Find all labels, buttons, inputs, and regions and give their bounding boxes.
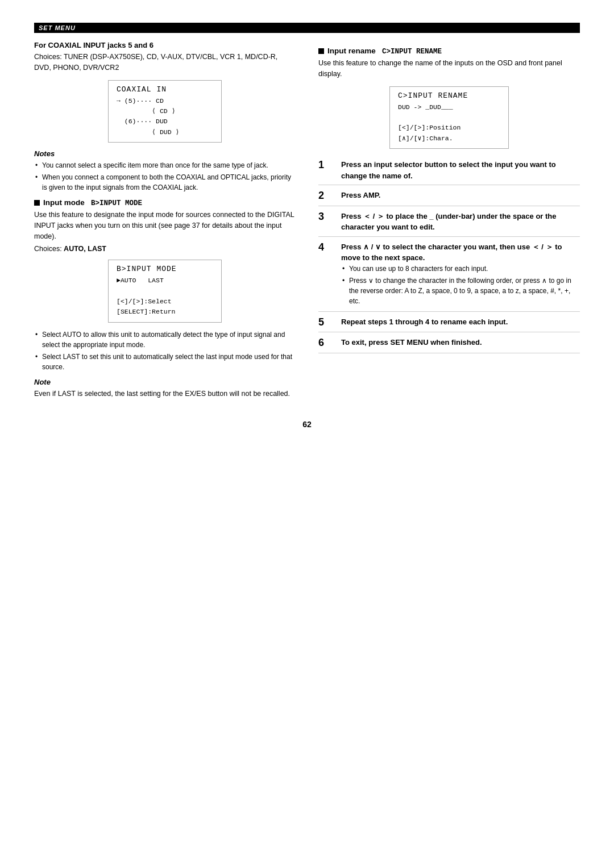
input-mode-osd-line1: ►AUTO LAST [117, 276, 213, 286]
input-mode-osd-line4: [SELECT]:Return [117, 307, 213, 317]
coaxial-osd-title: COAXIAL IN [117, 85, 213, 94]
right-column: Input rename C>INPUT RENAME Use this fea… [318, 41, 580, 403]
step-2-content: Press AMP. [341, 190, 580, 201]
coaxial-choices: Choices: TUNER (DSP-AX750SE), CD, V-AUX,… [34, 52, 296, 73]
coaxial-heading: For COAXIAL INPUT jacks 5 and 6 [34, 41, 296, 49]
input-rename-osd-line4: [∧]/[∨]:Chara. [398, 133, 500, 144]
step-4-row: 4 Press ∧ / ∨ to select the character yo… [318, 238, 580, 312]
step-3-number: 3 [318, 211, 335, 223]
step-1-number: 1 [318, 159, 335, 172]
step-6-number: 6 [318, 337, 335, 349]
step-1-row: 1 Press an input selector button to sele… [318, 156, 580, 185]
step-3-row: 3 Press ＜ / ＞ to place the _ (under-bar)… [318, 207, 580, 237]
step-4-sub-1: You can use up to 8 characters for each … [341, 264, 580, 274]
step-4-number: 4 [318, 241, 335, 254]
step-2-number: 2 [318, 190, 335, 202]
input-rename-desc: Use this feature to change the name of t… [318, 58, 580, 80]
input-mode-desc: Use this feature to designate the input … [34, 210, 296, 241]
coaxial-osd-box: COAXIAL IN → (5)···· CD ⟨ CD ⟩ (6)···· D… [108, 80, 222, 143]
input-rename-osd-line1: DUD -> _DUD___ [398, 102, 500, 112]
input-mode-osd-title: B>INPUT MODE [117, 265, 213, 273]
note-single-title: Note [34, 378, 296, 386]
left-column: For COAXIAL INPUT jacks 5 and 6 Choices:… [34, 41, 296, 403]
step-4-sub-2: Press ∨ to change the character in the f… [341, 276, 580, 306]
steps-section: 1 Press an input selector button to sele… [318, 156, 580, 353]
coaxial-osd-line4: ⟨ DUD ⟩ [117, 127, 213, 137]
input-mode-choices: Choices: AUTO, LAST [34, 245, 296, 253]
coaxial-osd-line2: ⟨ CD ⟩ [117, 106, 213, 116]
step-2-row: 2 Press AMP. [318, 186, 580, 206]
notes-item-1: You cannot select a specific item more t… [34, 160, 296, 170]
input-mode-bullet-1: Select AUTO to allow this unit to automa… [34, 329, 296, 350]
input-mode-osd-line3: [<]/[>]:Select [117, 297, 213, 307]
set-menu-label: SET MENU [39, 24, 76, 31]
input-mode-code: B>INPUT MODE [87, 199, 143, 207]
notes-title: Notes [34, 149, 296, 158]
input-rename-osd-line3: [<]/[>]:Position [398, 123, 500, 133]
input-rename-heading-row: Input rename C>INPUT RENAME [318, 47, 580, 56]
step-3-content: Press ＜ / ＞ to place the _ (under-bar) u… [341, 211, 580, 233]
input-mode-heading: Input mode B>INPUT MODE [43, 198, 142, 207]
input-mode-bullet-2: Select LAST to set this unit to automati… [34, 352, 296, 372]
step-5-content: Repeat steps 1 through 4 to rename each … [341, 316, 580, 328]
input-mode-osd-box: B>INPUT MODE ►AUTO LAST [<]/[>]:Select [… [108, 260, 222, 323]
single-note-box: Note Even if LAST is selected, the last … [34, 378, 296, 399]
coaxial-osd-line3: (6)···· DUD [117, 116, 213, 127]
step-6-content: To exit, press SET MENU when finished. [341, 337, 580, 348]
input-rename-square-icon [318, 48, 324, 54]
step-5-number: 5 [318, 316, 335, 329]
input-rename-osd-line2 [398, 112, 500, 123]
page: SET MENU For COAXIAL INPUT jacks 5 and 6… [0, 0, 614, 868]
step-1-content: Press an input selector button to select… [341, 159, 580, 181]
input-rename-code: C>INPUT RENAME [378, 48, 442, 56]
set-menu-bar: SET MENU [34, 23, 580, 33]
note-single-text: Even if LAST is selected, the last setti… [34, 389, 296, 399]
notes-item-2: When you connect a component to both the… [34, 172, 296, 193]
input-rename-heading: Input rename C>INPUT RENAME [327, 47, 442, 56]
page-number: 62 [34, 420, 580, 429]
input-mode-square-icon [34, 200, 40, 206]
step-6-row: 6 To exit, press SET MENU when finished. [318, 333, 580, 353]
input-mode-section: Input mode B>INPUT MODE Use this feature… [34, 198, 296, 372]
coaxial-osd-line1: → (5)···· CD [117, 96, 213, 106]
input-mode-heading-row: Input mode B>INPUT MODE [34, 198, 296, 207]
input-rename-osd-box: C>INPUT RENAME DUD -> _DUD___ [<]/[>]:Po… [389, 86, 509, 149]
step-4-content: Press ∧ / ∨ to select the character you … [341, 241, 580, 308]
coaxial-section: For COAXIAL INPUT jacks 5 and 6 Choices:… [34, 41, 296, 143]
input-mode-osd-line2 [117, 286, 213, 297]
coaxial-notes-box: Notes You cannot select a specific item … [34, 149, 296, 193]
input-rename-osd-title: C>INPUT RENAME [398, 91, 500, 100]
two-column-layout: For COAXIAL INPUT jacks 5 and 6 Choices:… [34, 41, 580, 403]
step-5-row: 5 Repeat steps 1 through 4 to rename eac… [318, 313, 580, 333]
